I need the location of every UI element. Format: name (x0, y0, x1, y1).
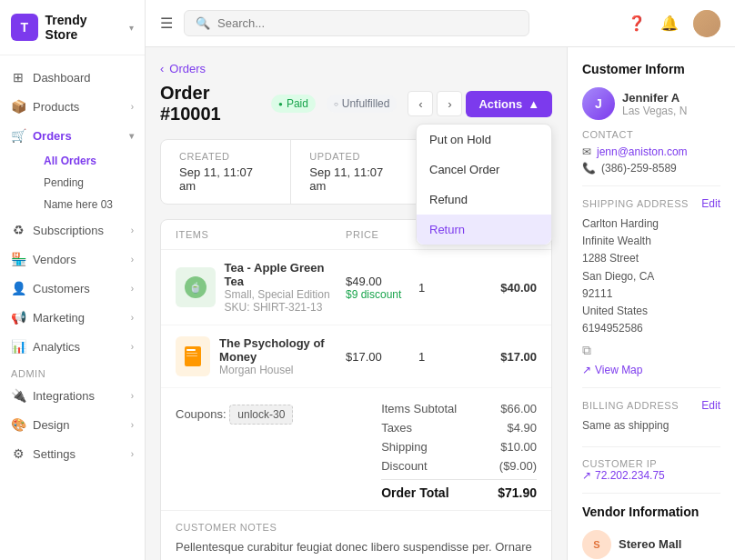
item-details: Tea - Apple Green Tea Small, Special Edi… (225, 261, 346, 314)
coupon-tag: unlock-30 (229, 405, 293, 425)
sidebar-item-dashboard[interactable]: ⊞ Dashboard (0, 63, 145, 92)
sidebar-item-vendors[interactable]: 🏪 Vendors › (0, 245, 145, 274)
store-name: Trendy Store (45, 13, 122, 42)
item-thumbnail: 🍵 (176, 267, 216, 307)
discount-row: Discount ($9.00) (381, 456, 537, 475)
customer-info-title: Customer Inform (582, 62, 720, 76)
customer-name: Jennifer A (622, 91, 687, 105)
vendor-name: Stereo Mall (619, 537, 681, 551)
content: ‹ Orders Order #10001 Paid Unfulfilled ‹… (146, 47, 735, 560)
subtotal-value: $66.00 (500, 402, 537, 415)
chevron-right-icon: › (131, 225, 134, 235)
customer-notes-text: Pellentesque curabitur feugiat donec lib… (176, 538, 537, 560)
order-total-label: Order Total (381, 485, 448, 500)
next-order-button[interactable]: › (437, 91, 462, 116)
shipping-row: Shipping $10.00 (381, 437, 537, 456)
customer-avatar: J (582, 87, 615, 120)
sidebar-item-products[interactable]: 📦 Products › (0, 92, 145, 121)
item-discount: $9 discount (346, 288, 418, 301)
divider (582, 185, 720, 186)
search-box[interactable]: 🔍 (184, 10, 529, 36)
customer-email-link[interactable]: jenn@aniston.com (597, 145, 688, 158)
billing-edit-button[interactable]: Edit (701, 399, 720, 412)
link-icon: ↗ (582, 469, 591, 482)
item-info: The Psychology of Money Morgan Housel (176, 336, 346, 376)
action-cancel-order[interactable]: Cancel Order (417, 155, 551, 185)
sidebar-item-label: Analytics (33, 340, 80, 354)
svg-rect-5 (186, 355, 197, 356)
customer-profile: J Jennifer A Las Vegas, N (582, 87, 720, 120)
action-refund[interactable]: Refund (417, 185, 551, 215)
vendors-icon: 🏪 (11, 252, 25, 266)
sidebar-item-label: Orders (33, 129, 72, 143)
actions-chevron-icon: ▲ (528, 97, 539, 111)
svg-rect-4 (186, 353, 197, 354)
admin-section-label: Admin (0, 361, 145, 381)
actions-dropdown-container: Actions ▲ Put on Hold Cancel Order Refun… (466, 91, 552, 117)
actions-button[interactable]: Actions ▲ (466, 91, 552, 117)
chevron-right-icon: › (131, 284, 134, 294)
sidebar-item-settings[interactable]: ⚙ Settings › (0, 439, 145, 468)
sidebar-item-name-here[interactable]: Name here 03 (33, 194, 145, 215)
vendor-avatar: S (582, 530, 611, 559)
shipping-edit-button[interactable]: Edit (701, 197, 720, 210)
sidebar-item-customers[interactable]: 👤 Customers › (0, 274, 145, 303)
user-avatar[interactable] (693, 10, 720, 37)
svg-text:🍵: 🍵 (189, 281, 202, 294)
order-total-value: $71.90 (498, 485, 537, 500)
shipping-address: Carlton HardingInfinite Wealth1288 Stree… (582, 215, 720, 337)
sidebar-nav: ⊞ Dashboard 📦 Products › 🛒 Orders ▾ All … (0, 55, 145, 560)
item-price: $17.00 (346, 350, 418, 364)
action-return[interactable]: Return (417, 215, 551, 245)
breadcrumb-orders-link[interactable]: Orders (169, 62, 206, 75)
sidebar-item-pending[interactable]: Pending (33, 172, 145, 194)
customer-location: Las Vegas, N (622, 105, 687, 117)
sidebar-item-design[interactable]: 🎨 Design › (0, 410, 145, 439)
sidebar-item-integrations[interactable]: 🔌 Integrations › (0, 381, 145, 410)
shipping-label: SHIPPING ADDRESS (582, 198, 689, 209)
chevron-right-icon: › (131, 102, 134, 112)
item-sku: SKU: SHIRT-321-13 (225, 301, 346, 314)
menu-icon[interactable]: ☰ (160, 15, 173, 32)
phone-item: 📞 (386)-259-8589 (582, 162, 720, 175)
updated-meta: UPDATED Sep 11, 11:07 am (291, 140, 421, 204)
customer-phone: (386)-259-8589 (601, 162, 677, 175)
copy-icon[interactable]: ⧉ (582, 343, 591, 358)
view-map-link[interactable]: ↗ View Map (582, 364, 720, 376)
order-title: Order #10001 (160, 83, 260, 125)
subtotal-label: Items Subtotal (381, 402, 457, 415)
chevron-down-icon: ▾ (129, 131, 134, 141)
item-details: The Psychology of Money Morgan Housel (219, 336, 346, 376)
divider (582, 446, 720, 447)
actions-dropdown-menu: Put on Hold Cancel Order Refund Return (416, 124, 552, 245)
taxes-label: Taxes (381, 421, 412, 435)
search-input[interactable] (217, 16, 518, 30)
action-put-on-hold[interactable]: Put on Hold (417, 125, 551, 155)
sidebar-item-orders[interactable]: 🛒 Orders ▾ (0, 121, 145, 150)
sidebar-item-label: Products (33, 100, 79, 114)
prev-order-button[interactable]: ‹ (408, 91, 433, 116)
coupons-section: Coupons: unlock-30 (176, 399, 293, 503)
created-label: CREATED (179, 151, 272, 162)
sidebar-item-label: Design (33, 418, 69, 432)
sidebar-item-label: Marketing (33, 311, 85, 325)
logo-avatar: T (11, 14, 38, 41)
avatar-image (693, 10, 720, 37)
updated-label: UPDATED (309, 151, 402, 162)
sidebar-item-marketing[interactable]: 📢 Marketing › (0, 303, 145, 332)
table-row: The Psychology of Money Morgan Housel $1… (161, 325, 551, 388)
customer-notes-section: CUSTOMER NOTES Pellentesque curabitur fe… (161, 510, 551, 560)
help-icon[interactable]: ❓ (628, 15, 646, 32)
breadcrumb: ‹ Orders (160, 62, 552, 75)
billing-label: BILLING ADDRESS (582, 400, 679, 411)
notification-icon[interactable]: 🔔 (660, 15, 679, 32)
order-total-row: Order Total $71.90 (381, 479, 537, 503)
item-total: $17.00 (473, 350, 537, 364)
actions-label: Actions (478, 97, 522, 111)
sidebar-item-analytics[interactable]: 📊 Analytics › (0, 332, 145, 361)
item-qty: 1 (418, 281, 473, 295)
sidebar-item-all-orders[interactable]: All Orders (33, 150, 145, 172)
sidebar-item-subscriptions[interactable]: ♻ Subscriptions › (0, 215, 145, 245)
customer-ip: ↗ 72.202.234.75 (582, 469, 720, 482)
store-logo[interactable]: T Trendy Store ▾ (0, 0, 145, 55)
